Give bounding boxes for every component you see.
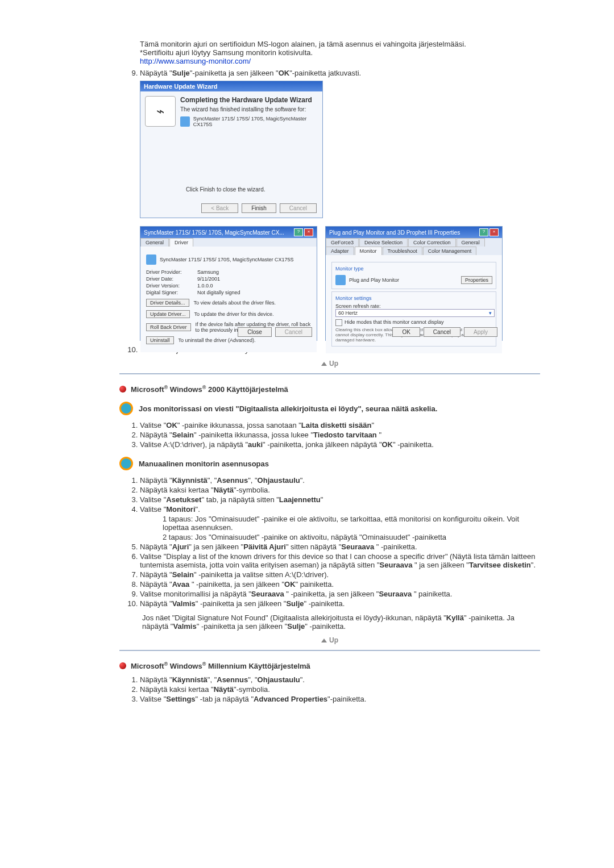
up-arrow-icon bbox=[321, 362, 327, 366]
t: " -painiketta. bbox=[304, 599, 345, 608]
rollback-driver-button[interactable]: Roll Back Driver bbox=[146, 323, 191, 331]
t: Valitse monitorimallisi ja näpäytä " bbox=[140, 590, 251, 598]
refresh-label: Screen refresh rate: bbox=[335, 303, 492, 309]
t: Jos näet "Digital Signature Not Found" (… bbox=[142, 614, 446, 622]
tab-color-correction[interactable]: Color Correction bbox=[408, 238, 456, 247]
t: " -tab ja näpäytä " bbox=[196, 695, 254, 703]
t: Seuraava bbox=[379, 590, 412, 598]
t: " -painiketta ja sen jälkeen " bbox=[196, 599, 287, 608]
t: " -painiketta. bbox=[393, 440, 434, 449]
help-icon[interactable]: ? bbox=[294, 228, 303, 236]
apply-button: Apply bbox=[464, 327, 497, 337]
t: Näpäytä " bbox=[140, 675, 172, 684]
driver-details-button[interactable]: Driver Details... bbox=[146, 299, 189, 307]
winme-heading: Microsoft® Windows® Millennium Käyttöjär… bbox=[119, 661, 540, 670]
bullet-icon bbox=[119, 386, 126, 393]
t: Sulje bbox=[287, 622, 305, 631]
monitor-icon bbox=[146, 254, 156, 265]
t: Valitse " bbox=[140, 695, 166, 703]
chevron-down-icon: ▾ bbox=[489, 310, 492, 316]
t: Laita disketti sisään bbox=[301, 421, 372, 429]
tab-general[interactable]: General bbox=[457, 238, 485, 247]
update-driver-button[interactable]: Update Driver... bbox=[146, 310, 190, 318]
up-link[interactable]: Up bbox=[119, 636, 540, 644]
t: " -painiketta, jonka jälkeen näpäytä " bbox=[263, 440, 381, 449]
close-button[interactable]: Close bbox=[238, 327, 272, 337]
l: Driver Date: bbox=[146, 276, 197, 282]
up-text: Up bbox=[329, 360, 338, 368]
cancel-button: Cancel bbox=[280, 203, 317, 213]
t: To uninstall the driver (Advanced). bbox=[179, 337, 256, 343]
cancel-button[interactable]: Cancel bbox=[424, 327, 460, 337]
tab-general[interactable]: General bbox=[140, 238, 169, 247]
wizard-heading: Completing the Hardware Update Wizard bbox=[180, 96, 318, 104]
t: Valitse " bbox=[140, 421, 166, 429]
ring-icon bbox=[119, 457, 133, 470]
t: " tab, ja näpäytä sitten " bbox=[201, 495, 279, 504]
t: " bbox=[377, 431, 381, 439]
win2000-note: Jos näet "Digital Signature Not Found" (… bbox=[142, 614, 540, 631]
case2: 2 tapaus: Jos "Ominaisuudet" -painike on… bbox=[163, 533, 540, 541]
t: " bbox=[371, 421, 374, 429]
v: Not digitally signed bbox=[197, 290, 240, 295]
t: Näpäytä " bbox=[140, 476, 172, 485]
refresh-rate-select[interactable]: 60 Hertz ▾ bbox=[335, 309, 495, 317]
l: Digital Signer: bbox=[146, 290, 197, 295]
tab-adapter[interactable]: Adapter bbox=[326, 247, 354, 255]
ok-button[interactable]: OK bbox=[392, 327, 420, 337]
tab-device-selection[interactable]: Device Selection bbox=[359, 238, 408, 247]
t: " -painike ikkunassa, jossa sanotaan " bbox=[177, 421, 301, 429]
t: Sulje bbox=[286, 599, 304, 608]
t: Käynnistä bbox=[172, 476, 208, 485]
t: OK bbox=[382, 440, 393, 449]
driver-device: SyncMaster 171S/ 175S/ 170S, MagicSyncMa… bbox=[160, 257, 294, 262]
t: ", " bbox=[208, 675, 217, 684]
hardware-wizard-dialog: Hardware Update Wizard ⌁ Completing the … bbox=[140, 81, 323, 218]
t: Seuraava bbox=[251, 590, 284, 598]
grp-type: Monitor type bbox=[335, 266, 492, 272]
t: OK bbox=[279, 69, 290, 77]
t: "-symbolia. bbox=[234, 486, 270, 494]
properties-button[interactable]: Properties bbox=[461, 276, 492, 284]
monitor-icon bbox=[180, 116, 190, 127]
tab-monitor[interactable]: Monitor bbox=[355, 247, 382, 255]
tab-geforce[interactable]: GeForce3 bbox=[326, 238, 359, 247]
t: Tiedosto tarvitaan bbox=[313, 431, 377, 439]
help-icon[interactable]: ? bbox=[479, 228, 488, 236]
up-link[interactable]: Up bbox=[119, 360, 540, 368]
t: " -painiketta, ja sen jälkeen " bbox=[284, 590, 379, 598]
t: Näpäytä " bbox=[140, 599, 172, 608]
v: Samsung bbox=[197, 269, 219, 275]
t: Näpäytä kaksi kertaa " bbox=[140, 685, 214, 694]
wizard-device: SyncMaster 171S/ 175S/ 170S, MagicSyncMa… bbox=[193, 116, 318, 127]
close-icon[interactable]: × bbox=[489, 228, 499, 236]
t: Näpäytä kaksi kertaa " bbox=[140, 486, 214, 494]
t: Asennus bbox=[217, 476, 248, 485]
tab-driver[interactable]: Driver bbox=[169, 238, 193, 247]
t: ". bbox=[300, 476, 305, 485]
up-text: Up bbox=[329, 636, 338, 644]
cancel-button: Cancel bbox=[275, 327, 312, 337]
finish-button[interactable]: Finish bbox=[242, 203, 276, 213]
t: " -painiketta, ja sen jälkeen " bbox=[189, 580, 284, 589]
t: Näpäytä " bbox=[140, 580, 172, 589]
hide-modes-checkbox[interactable] bbox=[335, 319, 342, 326]
uninstall-button[interactable]: Uninstall bbox=[146, 336, 174, 344]
tab-color-mgmt[interactable]: Color Management bbox=[423, 247, 477, 255]
t: Valmis bbox=[173, 622, 197, 631]
refresh-value: 60 Hertz bbox=[338, 310, 358, 316]
t: " painiketta. bbox=[296, 580, 334, 589]
grp-settings: Monitor settings bbox=[335, 295, 492, 301]
t: ". bbox=[300, 675, 305, 684]
t: Ajuri bbox=[172, 542, 189, 551]
close-icon[interactable]: × bbox=[304, 228, 313, 236]
t: Valitse " bbox=[140, 495, 166, 504]
t: Laajennettu bbox=[279, 495, 321, 504]
intro-text-2: *Sertifioitu ajuri löytyy Samsung monito… bbox=[140, 48, 540, 57]
t: Monitori bbox=[166, 505, 195, 514]
t: auki bbox=[248, 440, 263, 449]
driver-link[interactable]: http://www.samsung-monitor.com/ bbox=[140, 57, 251, 65]
t: Settings bbox=[166, 695, 195, 703]
tab-troubleshoot[interactable]: Troubleshoot bbox=[383, 247, 422, 255]
t: ", " bbox=[248, 675, 257, 684]
